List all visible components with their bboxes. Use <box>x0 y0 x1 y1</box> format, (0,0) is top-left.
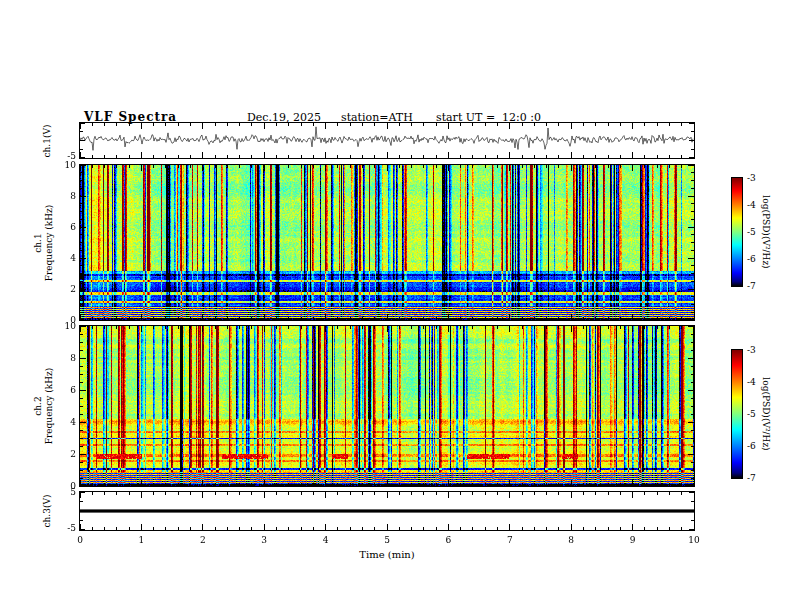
freq-tick-label: 4 <box>58 253 76 263</box>
x-tick-mark <box>215 527 216 530</box>
x-tick-mark <box>301 326 302 329</box>
colorbar-tick-label: -5 <box>747 227 756 237</box>
x-tick-mark <box>178 483 179 486</box>
x-tick-mark <box>595 326 596 329</box>
x-tick-mark <box>583 326 584 329</box>
y-tick-mark <box>80 188 83 189</box>
y-tick-mark <box>80 250 83 251</box>
freq-tick-label: 6 <box>58 222 76 232</box>
x-tick-mark <box>497 492 498 495</box>
x-tick-mark <box>571 123 572 129</box>
x-tick-mark <box>546 155 547 158</box>
x-tick-label: 6 <box>439 535 457 545</box>
x-tick-mark <box>571 326 572 332</box>
ch2-colorbar-label: log(PSD)(V²/Hz) <box>761 377 771 450</box>
x-tick-mark <box>374 165 375 168</box>
x-tick-mark <box>251 123 252 126</box>
x-tick-mark <box>534 123 535 126</box>
x-tick-mark <box>116 317 117 320</box>
x-tick-mark <box>190 527 191 530</box>
x-tick-mark <box>657 483 658 486</box>
x-tick-mark <box>374 155 375 158</box>
x-tick-mark <box>362 123 363 126</box>
x-tick-mark <box>129 527 130 530</box>
x-tick-mark <box>669 123 670 126</box>
colorbar-tick-label: -3 <box>747 345 756 355</box>
x-tick-mark <box>288 527 289 530</box>
x-tick-mark <box>583 492 584 495</box>
x-tick-mark <box>411 155 412 158</box>
x-tick-mark <box>153 317 154 320</box>
y-tick-mark <box>80 374 83 375</box>
x-tick-mark <box>694 326 695 332</box>
x-tick-mark <box>558 123 559 126</box>
x-tick-mark <box>313 317 314 320</box>
x-tick-mark <box>276 492 277 495</box>
x-tick-mark <box>632 326 633 332</box>
x-tick-mark <box>325 326 326 332</box>
x-tick-mark <box>313 527 314 530</box>
x-tick-mark <box>251 483 252 486</box>
y-tick-mark <box>80 281 83 282</box>
x-tick-mark <box>202 326 203 332</box>
x-tick-mark <box>276 165 277 168</box>
x-tick-mark <box>411 527 412 530</box>
x-tick-mark <box>436 165 437 168</box>
x-tick-mark <box>141 480 142 486</box>
x-tick-mark <box>141 326 142 332</box>
x-tick-mark <box>362 492 363 495</box>
y-tick-mark <box>80 390 86 391</box>
x-tick-mark <box>620 155 621 158</box>
x-tick-mark <box>313 123 314 126</box>
x-tick-mark <box>153 123 154 126</box>
x-tick-mark <box>534 165 535 168</box>
x-tick-mark <box>485 492 486 495</box>
colorbar-tick-label: -4 <box>747 377 756 387</box>
x-tick-mark <box>141 152 142 158</box>
x-tick-mark <box>558 326 559 329</box>
x-tick-mark <box>153 326 154 329</box>
y-tick-mark <box>689 511 694 512</box>
y-tick-mark <box>80 501 83 502</box>
x-tick-mark <box>202 524 203 530</box>
x-tick-mark <box>546 527 547 530</box>
x-tick-mark <box>509 123 510 129</box>
y-tick-mark <box>80 398 83 399</box>
ch1-wave-ylabel: ch.1(V) <box>42 125 53 158</box>
x-tick-mark <box>620 492 621 495</box>
y-tick-mark <box>688 422 694 423</box>
x-tick-mark <box>387 480 388 486</box>
freq-tick-label: 10 <box>58 321 76 331</box>
x-tick-mark <box>583 155 584 158</box>
x-tick-mark <box>288 326 289 329</box>
y-tick-mark <box>689 157 694 158</box>
x-tick-mark <box>595 123 596 126</box>
x-tick-mark <box>92 326 93 329</box>
x-tick-mark <box>325 524 326 530</box>
x-tick-mark <box>301 155 302 158</box>
x-tick-mark <box>571 314 572 320</box>
x-tick-mark <box>436 155 437 158</box>
x-tick-mark <box>681 317 682 320</box>
x-tick-mark <box>436 123 437 126</box>
y-tick-mark <box>691 342 694 343</box>
x-tick-mark <box>608 155 609 158</box>
x-tick-mark <box>448 165 449 171</box>
x-tick-mark <box>129 317 130 320</box>
x-tick-mark <box>620 123 621 126</box>
x-tick-mark <box>595 155 596 158</box>
x-tick-mark <box>215 483 216 486</box>
y-tick-mark <box>688 196 694 197</box>
x-tick-mark <box>153 527 154 530</box>
y-tick-mark <box>80 172 83 173</box>
x-tick-mark <box>362 326 363 329</box>
x-tick-mark <box>104 155 105 158</box>
x-tick-mark <box>374 123 375 126</box>
x-tick-mark <box>350 492 351 495</box>
x-tick-mark <box>325 152 326 158</box>
x-tick-mark <box>288 165 289 168</box>
x-tick-mark <box>325 123 326 129</box>
y-tick-mark <box>691 273 694 274</box>
x-tick-mark <box>411 326 412 329</box>
x-tick-mark <box>104 527 105 530</box>
